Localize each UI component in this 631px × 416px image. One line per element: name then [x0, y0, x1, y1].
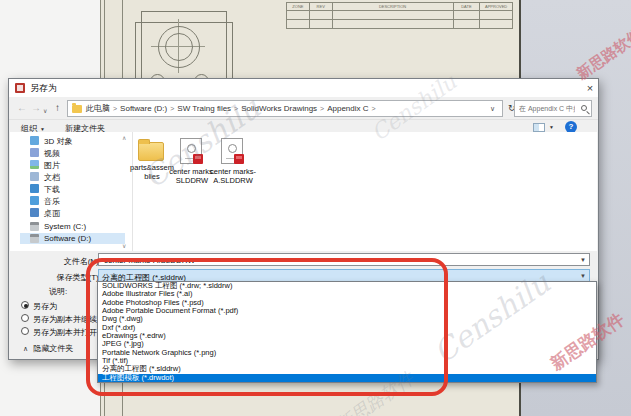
breadcrumb-item[interactable]: 此电脑: [86, 104, 110, 113]
breadcrumb-item[interactable]: SolidWorks Drawings: [241, 104, 317, 113]
breadcrumb-separator: >: [110, 105, 120, 112]
filename-caret-icon[interactable]: ▼: [580, 257, 586, 263]
filename-field[interactable]: ▼: [98, 253, 590, 266]
view-caret-icon[interactable]: ▼: [549, 124, 554, 130]
sidebar-item-software-d[interactable]: Software (D:): [20, 233, 125, 244]
dropdown-option-highlighted[interactable]: 工程图模板 (*.drwdot): [98, 374, 596, 382]
scroll-down-icon[interactable]: ∨: [122, 242, 126, 249]
sidebar-item-videos[interactable]: 视频: [20, 147, 125, 158]
folder-icon: [72, 105, 82, 113]
breadcrumb-separator: >: [369, 105, 379, 112]
solidworks-cube-icon: [193, 154, 203, 164]
radio-save-copy-continue[interactable]: [21, 314, 29, 322]
solidworks-icon: [15, 83, 25, 93]
radio-save-copy-open[interactable]: [21, 327, 29, 335]
revision-table-header: ZONE REV DESCRIPTION DATE APPROVED: [287, 3, 512, 10]
close-icon[interactable]: ×: [583, 81, 597, 95]
collapse-icon: ∧: [23, 345, 33, 352]
divider: [132, 132, 133, 251]
browse-area: 3D 对象 视频 图片 文档 下载 音乐 桌面 System (C:) Soft…: [10, 132, 597, 251]
dropdown-option[interactable]: Adobe Illustrator Files (*.ai): [98, 290, 596, 298]
solidworks-cube-icon: [234, 154, 244, 164]
3d-objects-icon: [30, 136, 39, 145]
dialog-titlebar[interactable]: 另存为 ×: [9, 79, 598, 97]
col-zone: ZONE: [287, 3, 309, 10]
dropdown-option[interactable]: Adobe Photoshop Files (*.psd): [98, 299, 596, 307]
radio-save-as-label[interactable]: 另存为: [33, 301, 57, 312]
dropdown-option[interactable]: Dxf (*.dxf): [98, 324, 596, 332]
file-label: center marks-A.SLDDRW: [210, 168, 256, 185]
cad-circle-inner: [165, 33, 193, 61]
radio-save-copy-open-label[interactable]: 另存为副本并打开: [33, 327, 97, 338]
desktop-icon: [30, 208, 39, 217]
forward-icon[interactable]: →: [31, 102, 41, 114]
folder-icon: [138, 142, 164, 161]
col-date: DATE: [453, 3, 480, 10]
revision-row: [287, 10, 512, 19]
address-bar[interactable]: 此电脑>Software (D:)>SW Traing files>SolidW…: [67, 100, 503, 117]
downloads-icon: [30, 184, 39, 193]
pictures-icon: [30, 160, 39, 169]
filename-input[interactable]: [102, 255, 562, 265]
sidebar-item-3d-objects[interactable]: 3D 对象: [20, 135, 125, 146]
col-rev: REV: [309, 3, 332, 10]
address-chevron-icon[interactable]: ∨: [490, 105, 495, 113]
up-icon[interactable]: ↑: [55, 102, 60, 114]
breadcrumb-item[interactable]: Software (D:): [120, 104, 167, 113]
search-input[interactable]: [517, 102, 577, 115]
breadcrumb-item[interactable]: SW Traing files: [177, 104, 231, 113]
sidebar-item-music[interactable]: 音乐: [20, 195, 125, 206]
col-description: DESCRIPTION: [332, 3, 453, 10]
savetype-label: 保存类型(T):: [29, 272, 101, 283]
sidebar-item-pictures[interactable]: 图片: [20, 159, 125, 170]
back-icon[interactable]: ←: [17, 102, 27, 114]
dropdown-option[interactable]: Portable Network Graphics (*.png): [98, 349, 596, 357]
filename-label: 文件名(N):: [39, 256, 101, 267]
breadcrumb-separator: >: [317, 105, 327, 112]
search-box[interactable]: [514, 100, 592, 117]
dropdown-option[interactable]: JPEG (*.jpg): [98, 340, 596, 348]
drive-icon: [30, 234, 39, 243]
sidebar-item-system-c[interactable]: System (C:): [20, 221, 125, 232]
slddrw-file-icon: [180, 138, 202, 164]
col-approved: APPROVED: [479, 3, 512, 10]
breadcrumb-separator: >: [231, 105, 241, 112]
savetype-dropdown-list[interactable]: SOLIDWORKS 工程图 (*.drw; *.slddrw) Adobe I…: [97, 281, 597, 383]
breadcrumb-item[interactable]: Appendix C: [327, 104, 368, 113]
dropdown-option[interactable]: SOLIDWORKS 工程图 (*.drw; *.slddrw): [98, 282, 596, 290]
music-icon: [30, 196, 39, 205]
view-options-icon[interactable]: [533, 123, 545, 132]
sidebar-item-documents[interactable]: 文档: [20, 171, 125, 182]
dropdown-option[interactable]: Tif (*.tif): [98, 357, 596, 365]
videos-icon: [30, 148, 39, 157]
sidebar-item-desktop[interactable]: 桌面: [20, 207, 125, 218]
file-label: center marks.SLDDRW: [169, 168, 215, 185]
radio-save-as[interactable]: [21, 301, 29, 309]
history-chevron-icon[interactable]: ∨: [43, 105, 47, 117]
dropdown-option[interactable]: 分离的工程图 (*.slddrw): [98, 365, 596, 373]
hide-folders-button[interactable]: ∧隐藏文件夹: [23, 343, 73, 354]
divider: [9, 119, 598, 120]
radio-save-copy-continue-label[interactable]: 另存为副本并继续: [33, 314, 97, 325]
sidebar-item-downloads[interactable]: 下载: [20, 183, 125, 194]
revision-table: ZONE REV DESCRIPTION DATE APPROVED: [286, 2, 513, 29]
description-label: 说明:: [49, 286, 67, 297]
documents-icon: [30, 172, 39, 181]
drive-icon: [30, 222, 39, 231]
revision-row: [287, 19, 512, 28]
dropdown-option[interactable]: eDrawings (*.edrw): [98, 332, 596, 340]
dropdown-option[interactable]: Adobe Portable Document Format (*.pdf): [98, 307, 596, 315]
scroll-up-icon[interactable]: ∧: [122, 134, 126, 141]
slddrw-file-icon: [221, 138, 243, 164]
savetype-caret-icon[interactable]: ▼: [580, 273, 586, 279]
breadcrumb[interactable]: 此电脑>Software (D:)>SW Traing files>SolidW…: [86, 103, 379, 115]
search-icon: [581, 105, 587, 111]
dialog-title: 另存为: [30, 82, 57, 95]
breadcrumb-separator: >: [167, 105, 177, 112]
dropdown-option[interactable]: Dwg (*.dwg): [98, 315, 596, 323]
